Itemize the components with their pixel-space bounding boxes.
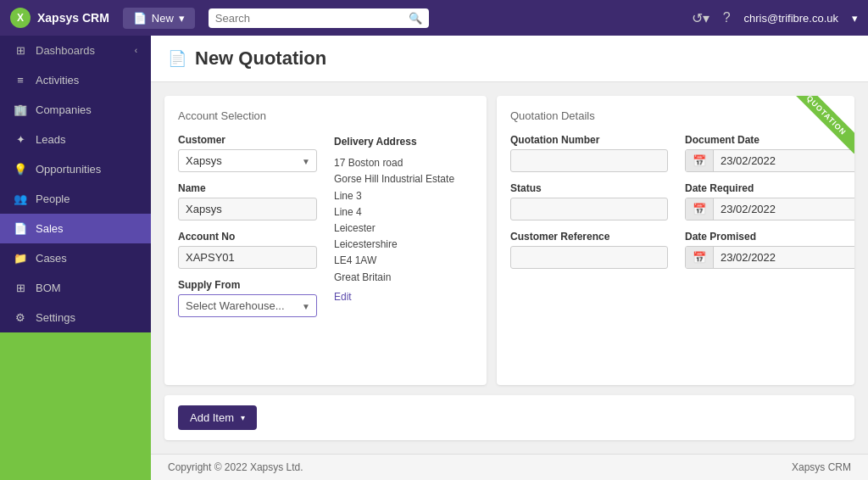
people-icon: 👥 bbox=[14, 193, 27, 205]
account-form-left: Customer Xapsys Name Account No bbox=[178, 134, 317, 327]
warehouse-select-wrapper: Select Warehouse... bbox=[178, 294, 317, 317]
bom-icon: ⊞ bbox=[14, 282, 27, 294]
calendar-icon[interactable]: 📅 bbox=[686, 150, 714, 171]
user-chevron-icon: ▾ bbox=[852, 12, 858, 25]
quotation-ribbon: QUOTATION bbox=[787, 96, 854, 164]
page-title: New Quotation bbox=[195, 47, 326, 70]
search-icon: 🔍 bbox=[409, 12, 422, 25]
account-selection-card: Account Selection Customer Xapsys bbox=[164, 96, 487, 385]
sidebar-label-opportunities: Opportunities bbox=[36, 163, 101, 176]
calendar-icon-3[interactable]: 📅 bbox=[686, 247, 714, 268]
account-no-input[interactable] bbox=[178, 246, 317, 269]
cards-row: Account Selection Customer Xapsys bbox=[164, 96, 854, 385]
help-icon[interactable]: ? bbox=[723, 10, 731, 25]
add-item-button[interactable]: Add Item ▾ bbox=[178, 405, 257, 430]
customer-group: Customer Xapsys bbox=[178, 134, 317, 172]
addr-line-5: Leicester bbox=[334, 220, 473, 237]
sidebar-label-sales: Sales bbox=[36, 222, 64, 235]
addr-line-8: Great Britain bbox=[334, 270, 473, 286]
sidebar-label-leads: Leads bbox=[36, 133, 65, 146]
customer-select[interactable]: Xapsys bbox=[178, 149, 317, 172]
sidebar-label-dashboards: Dashboards bbox=[36, 44, 95, 57]
date-required-input[interactable] bbox=[714, 198, 854, 220]
account-form-cols: Customer Xapsys Name Account No bbox=[178, 134, 473, 327]
customer-select-wrapper: Xapsys bbox=[178, 149, 317, 172]
star-icon: ✦ bbox=[14, 133, 27, 146]
name-label: Name bbox=[178, 182, 317, 194]
delivery-address-col: Delivery Address 17 Boston road Gorse Hi… bbox=[334, 134, 473, 327]
customer-label: Customer bbox=[178, 134, 317, 146]
delivery-address-title: Delivery Address bbox=[334, 134, 473, 150]
date-required-input-wrapper: 📅 bbox=[685, 198, 854, 220]
status-input[interactable] bbox=[510, 198, 668, 220]
quotation-number-field: Quotation Number bbox=[510, 134, 668, 172]
history-icon[interactable]: ↺▾ bbox=[692, 10, 709, 26]
customer-reference-input[interactable] bbox=[510, 246, 668, 269]
cases-icon: 📁 bbox=[14, 252, 27, 265]
sidebar-item-companies[interactable]: 🏢 Companies bbox=[0, 95, 151, 125]
calendar-icon-2[interactable]: 📅 bbox=[686, 198, 714, 220]
search-input[interactable] bbox=[215, 12, 403, 25]
date-promised-field: Date Promised 📅 bbox=[685, 231, 854, 269]
warehouse-select[interactable]: Select Warehouse... bbox=[178, 294, 317, 317]
building-icon: 🏢 bbox=[14, 103, 27, 116]
new-button[interactable]: 📄 New ▾ bbox=[123, 8, 195, 29]
sidebar-label-people: People bbox=[36, 193, 70, 205]
logo: X Xapsys CRM bbox=[10, 8, 109, 28]
name-input[interactable] bbox=[178, 198, 317, 220]
topnav-right: ↺▾ ? chris@trifibre.co.uk ▾ bbox=[692, 10, 858, 26]
sidebar-item-cases[interactable]: 📁 Cases bbox=[0, 243, 151, 273]
sidebar-label-companies: Companies bbox=[36, 103, 92, 116]
sidebar-item-opportunities[interactable]: 💡 Opportunities bbox=[0, 154, 151, 184]
grid-icon: ⊞ bbox=[14, 44, 27, 57]
sidebar-item-dashboards[interactable]: ⊞ Dashboards ‹ bbox=[0, 36, 151, 65]
date-promised-label: Date Promised bbox=[685, 231, 854, 243]
page-header-icon: 📄 bbox=[168, 49, 186, 68]
quotation-number-input[interactable] bbox=[510, 149, 668, 172]
page-content: Account Selection Customer Xapsys bbox=[151, 82, 868, 454]
sidebar-item-settings[interactable]: ⚙ Settings bbox=[0, 303, 151, 332]
addr-line-7: LE4 1AW bbox=[334, 253, 473, 269]
user-email[interactable]: chris@trifibre.co.uk bbox=[744, 12, 838, 25]
sidebar-label-settings: Settings bbox=[36, 311, 75, 324]
date-promised-input-wrapper: 📅 bbox=[685, 246, 854, 269]
sidebar-label-bom: BOM bbox=[36, 282, 61, 294]
customer-reference-field: Customer Reference bbox=[510, 231, 668, 269]
addr-line-1: 17 Boston road bbox=[334, 155, 473, 171]
search-box: 🔍 bbox=[209, 8, 429, 28]
name-group: Name bbox=[178, 182, 317, 220]
logo-text: Xapsys CRM bbox=[37, 11, 109, 25]
date-promised-input[interactable] bbox=[714, 247, 854, 268]
sidebar: ⊞ Dashboards ‹ ≡ Activities 🏢 Companies … bbox=[0, 36, 151, 480]
footer: Copyright © 2022 Xapsys Ltd. Xapsys CRM bbox=[151, 454, 868, 480]
sidebar-item-bom[interactable]: ⊞ BOM bbox=[0, 273, 151, 303]
sidebar-label-cases: Cases bbox=[36, 252, 67, 265]
status-field: Status bbox=[510, 182, 668, 220]
sidebar-accent bbox=[0, 332, 151, 480]
date-required-label: Date Required bbox=[685, 182, 854, 194]
sidebar-label-activities: Activities bbox=[36, 74, 79, 87]
chevron-left-icon: ‹ bbox=[135, 46, 137, 55]
main-layout: ⊞ Dashboards ‹ ≡ Activities 🏢 Companies … bbox=[0, 36, 868, 480]
addr-line-2: Gorse Hill Industrial Estate bbox=[334, 171, 473, 187]
add-item-arrow-icon: ▾ bbox=[241, 413, 245, 422]
delivery-address: Delivery Address 17 Boston road Gorse Hi… bbox=[334, 134, 473, 305]
add-item-label: Add Item bbox=[190, 411, 234, 424]
add-item-section: Add Item ▾ bbox=[164, 395, 854, 440]
logo-icon: X bbox=[10, 8, 31, 28]
topnav: X Xapsys CRM 📄 New ▾ 🔍 ↺▾ ? chris@trifib… bbox=[0, 0, 868, 36]
sidebar-item-people[interactable]: 👥 People bbox=[0, 184, 151, 214]
supply-from-group: Supply From Select Warehouse... bbox=[178, 279, 317, 317]
edit-address-link[interactable]: Edit bbox=[334, 289, 473, 305]
page-header: 📄 New Quotation bbox=[151, 36, 868, 82]
account-no-group: Account No bbox=[178, 231, 317, 269]
quotation-number-label: Quotation Number bbox=[510, 134, 668, 146]
supply-from-label: Supply From bbox=[178, 279, 317, 291]
sidebar-item-leads[interactable]: ✦ Leads bbox=[0, 125, 151, 154]
sidebar-item-activities[interactable]: ≡ Activities bbox=[0, 65, 151, 95]
account-no-label: Account No bbox=[178, 231, 317, 243]
gear-icon: ⚙ bbox=[14, 311, 27, 324]
customer-reference-label: Customer Reference bbox=[510, 231, 668, 243]
date-required-field: Date Required 📅 bbox=[685, 182, 854, 220]
sidebar-item-sales[interactable]: 📄 Sales bbox=[0, 214, 151, 243]
